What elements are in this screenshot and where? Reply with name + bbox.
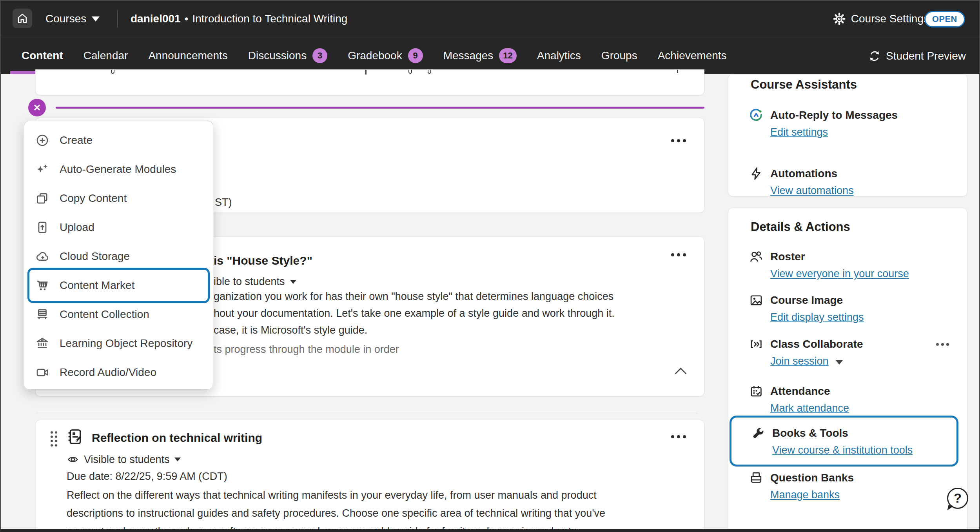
detail-item-books-tools: Books & Tools View course & institution … [751,426,940,456]
visibility-selector[interactable]: ible to students [214,276,296,288]
panel-heading: Details & Actions [751,220,850,234]
assistant-item-auto-reply: Auto-Reply to Messages Edit settings [749,108,951,138]
gradebook-count-badge: 9 [408,48,423,63]
chevron-down-icon[interactable] [836,360,843,365]
drag-handle[interactable] [51,431,57,447]
detail-item-attendance: Attendance Mark attendance [749,384,951,414]
course-nav: Content Calendar Announcements Discussio… [1,37,979,74]
course-open-badge[interactable]: OPEN [924,11,965,27]
ai-assistant-icon [749,108,763,122]
nav-tabs: Content Calendar Announcements Discussio… [1,37,727,74]
top-bar: Courses daniel001 • Introduction to Tech… [1,1,979,37]
student-preview-label: Student Preview [886,50,966,62]
clipped-text-fragment [111,70,114,74]
view-automations-link[interactable]: View automations [770,185,854,197]
tab-calendar[interactable]: Calendar [83,37,128,74]
insert-content-divider [56,107,704,109]
collaborate-icon [749,337,763,351]
overflow-menu-button[interactable] [669,433,688,441]
due-date-fragment: ST) [215,196,232,209]
module-progress-note-fragment: ts progress through the module in order [214,343,399,356]
courses-label: Courses [45,13,86,25]
detail-item-question-banks: Question Banks Manage banks [749,471,951,501]
sparkles-icon [35,162,49,176]
module-divider [35,413,698,413]
help-bubble-tail [947,505,954,512]
item-description: ganization you work for has their own "h… [214,288,615,339]
overflow-menu-button[interactable] [669,137,688,145]
detail-item-label: Roster [770,251,805,263]
help-button[interactable]: ? [947,488,969,510]
question-bank-icon [749,471,763,485]
menu-item-content-collection[interactable]: Content Collection [24,300,213,329]
detail-item-label: Question Banks [770,472,854,484]
menu-item-cloud-storage[interactable]: Cloud Storage [24,242,213,271]
manage-banks-link[interactable]: Manage banks [770,489,840,501]
shopping-cart-icon [35,278,49,292]
close-add-menu-button[interactable]: ✕ [28,99,46,116]
menu-item-auto-generate-modules[interactable]: Auto-Generate Modules [24,155,213,184]
chevron-down-icon [92,16,100,22]
topbar-divider [117,10,118,27]
student-preview-button[interactable]: Student Preview [868,37,966,74]
course-settings-label: Course Settings [851,13,929,25]
detail-item-label: Course Image [770,294,843,307]
tab-discussions[interactable]: Discussions3 [248,37,327,74]
panel-heading: Course Assistants [751,78,857,92]
item-title-fragment: is "House Style?" [214,254,312,267]
discussions-count-badge: 3 [312,48,327,63]
breadcrumb: daniel001 • Introduction to Technical Wr… [131,1,347,37]
detail-item-roster: Roster View everyone in your course [749,250,951,280]
collapse-module-button[interactable] [676,366,686,376]
upload-icon [35,220,49,234]
menu-item-copy-content[interactable]: Copy Content [24,184,213,213]
item-description: Reflect on the different ways that techn… [67,486,682,532]
course-assistants-panel: Course Assistants Auto-Reply to Messages… [728,74,967,196]
menu-item-upload[interactable]: Upload [24,213,213,242]
assistant-item-label: Automations [770,167,837,180]
course-id: daniel001 [131,13,181,25]
tab-messages[interactable]: Messages12 [443,37,517,74]
menu-item-learning-object-repository[interactable]: Learning Object Repository [24,329,213,358]
books-tools-highlight: Books & Tools View course & institution … [730,416,958,467]
bank-icon [35,336,49,350]
join-session-link[interactable]: Join session [770,355,829,367]
detail-item-course-image: Course Image Edit display settings [749,293,951,323]
clipped-text-fragment [677,70,678,73]
tab-achievements[interactable]: Achievements [658,37,727,74]
overflow-menu-button[interactable] [935,341,951,347]
courses-menu-button[interactable]: Courses [45,1,100,37]
mark-attendance-link[interactable]: Mark attendance [770,402,849,414]
home-button[interactable] [13,9,32,28]
tab-analytics[interactable]: Analytics [537,37,581,74]
image-icon [749,293,763,307]
detail-item-class-collaborate: Class Collaborate Join session [749,337,951,367]
chevron-down-icon [174,458,181,461]
attendance-icon [749,384,763,398]
edit-display-settings-link[interactable]: Edit display settings [770,311,864,323]
details-actions-panel: Details & Actions Roster View everyone i… [728,208,967,532]
tab-content[interactable]: Content [22,37,63,74]
detail-item-label: Attendance [770,385,830,398]
menu-item-create[interactable]: Create [24,126,213,155]
course-page: Courses daniel001 • Introduction to Tech… [0,0,980,532]
course-settings-button[interactable]: Course Settings [832,1,929,37]
home-icon [16,13,28,24]
eye-icon [67,453,79,466]
cloud-upload-icon [35,249,49,263]
edit-settings-link[interactable]: Edit settings [770,126,828,138]
clipped-content-card [35,69,704,95]
detail-item-label: Class Collaborate [770,338,863,350]
journal-icon [66,428,83,445]
menu-item-record-audio-video[interactable]: Record Audio/Video [24,358,213,387]
tab-announcements[interactable]: Announcements [148,37,227,74]
menu-item-content-market[interactable]: Content Market [24,271,213,300]
tab-groups[interactable]: Groups [601,37,637,74]
view-course-tools-link[interactable]: View course & institution tools [772,444,913,456]
overflow-menu-button[interactable] [669,251,688,259]
visibility-selector[interactable]: Visible to students [67,453,181,466]
view-everyone-link[interactable]: View everyone in your course [770,268,909,280]
tab-gradebook[interactable]: Gradebook9 [348,37,423,74]
collection-icon [35,307,49,321]
item-title[interactable]: Reflection on technical writing [92,431,262,445]
